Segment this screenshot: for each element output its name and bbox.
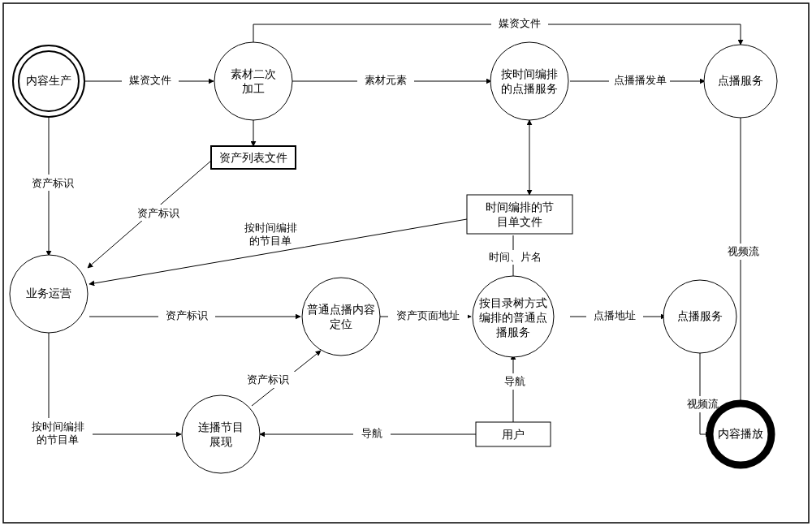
svg-text:内容生产: 内容生产 bbox=[26, 74, 71, 87]
node-asset-list-file: 资产列表文件 bbox=[211, 146, 296, 169]
svg-text:定位: 定位 bbox=[330, 317, 352, 330]
edge-vod-order-label: 点播播发单 bbox=[614, 74, 667, 86]
svg-text:点播服务: 点播服务 bbox=[718, 74, 763, 87]
svg-text:业务运营: 业务运营 bbox=[26, 287, 71, 300]
edge-time-sched-label2: 的节目单 bbox=[249, 235, 292, 247]
svg-text:加工: 加工 bbox=[242, 82, 265, 95]
flow-diagram: 媒资文件 素材元素 点播播发单 媒资文件 资产标识 资产标识 按时间编排 的节目… bbox=[0, 0, 812, 526]
svg-text:编排的普通点: 编排的普通点 bbox=[479, 311, 547, 324]
node-vod-service-top: 点播服务 bbox=[704, 45, 777, 118]
edge-media1-label: 媒资文件 bbox=[129, 74, 171, 86]
edge-vod-addr-label: 点播地址 bbox=[594, 309, 636, 321]
svg-text:展现: 展现 bbox=[209, 435, 232, 448]
edge-time-title-label: 时间、片名 bbox=[489, 251, 542, 263]
node-vod-service-mid: 点播服务 bbox=[663, 280, 736, 353]
edge-vstream1-label: 视频流 bbox=[728, 245, 759, 257]
node-material-processing: 素材二次 加工 bbox=[214, 42, 292, 120]
svg-text:的点播服务: 的点播服务 bbox=[501, 82, 558, 95]
edge-mat-elem-label: 素材元素 bbox=[365, 74, 407, 86]
edge-vstream2-label: 视频流 bbox=[687, 398, 719, 410]
node-dir-tree-vod: 按目录树方式 编排的普通点 播服务 bbox=[473, 276, 554, 357]
edge-assetid4-label: 资产标识 bbox=[247, 373, 289, 386]
svg-text:资产列表文件: 资产列表文件 bbox=[219, 151, 287, 164]
edge-time-sched-label1: 按时间编排 bbox=[244, 222, 297, 234]
edge-asset-page-label: 资产页面地址 bbox=[396, 309, 460, 321]
svg-text:连播节目: 连播节目 bbox=[198, 420, 244, 433]
node-time-arranged-vod: 按时间编排 的点播服务 bbox=[490, 42, 568, 120]
node-business-ops: 业务运营 bbox=[10, 255, 88, 333]
svg-text:内容播放: 内容播放 bbox=[718, 427, 763, 440]
node-content-play: 内容播放 bbox=[710, 403, 771, 465]
svg-text:普通点播内容: 普通点播内容 bbox=[307, 303, 375, 316]
svg-text:播服务: 播服务 bbox=[496, 326, 530, 338]
svg-text:按时间编排: 按时间编排 bbox=[501, 67, 558, 80]
edge-assetid2-label: 资产标识 bbox=[137, 207, 179, 219]
node-content-production: 内容生产 bbox=[13, 45, 84, 117]
edge-nav2-label: 导航 bbox=[504, 375, 525, 387]
node-user: 用户 bbox=[476, 422, 551, 446]
svg-text:目单文件: 目单文件 bbox=[497, 215, 542, 228]
svg-text:用户: 用户 bbox=[502, 428, 525, 441]
edge-nav1-label: 导航 bbox=[361, 427, 382, 439]
edge-time-sched2-label1: 按时间编排 bbox=[32, 420, 84, 433]
edge-media2-label: 媒资文件 bbox=[499, 17, 541, 29]
node-serial-show: 连播节目 展现 bbox=[182, 395, 260, 473]
edge-time-sched2-label2: 的节目单 bbox=[37, 433, 79, 446]
svg-text:点播服务: 点播服务 bbox=[677, 309, 723, 322]
node-time-schedule-file: 时间编排的节 目单文件 bbox=[467, 195, 572, 234]
svg-text:按目录树方式: 按目录树方式 bbox=[479, 296, 547, 309]
edge-assetid1-label: 资产标识 bbox=[32, 177, 74, 189]
svg-text:时间编排的节: 时间编排的节 bbox=[486, 200, 554, 213]
svg-text:素材二次: 素材二次 bbox=[231, 67, 276, 80]
node-plain-vod-locate: 普通点播内容 定位 bbox=[302, 278, 380, 356]
edge-assetid3-label: 资产标识 bbox=[166, 309, 208, 321]
